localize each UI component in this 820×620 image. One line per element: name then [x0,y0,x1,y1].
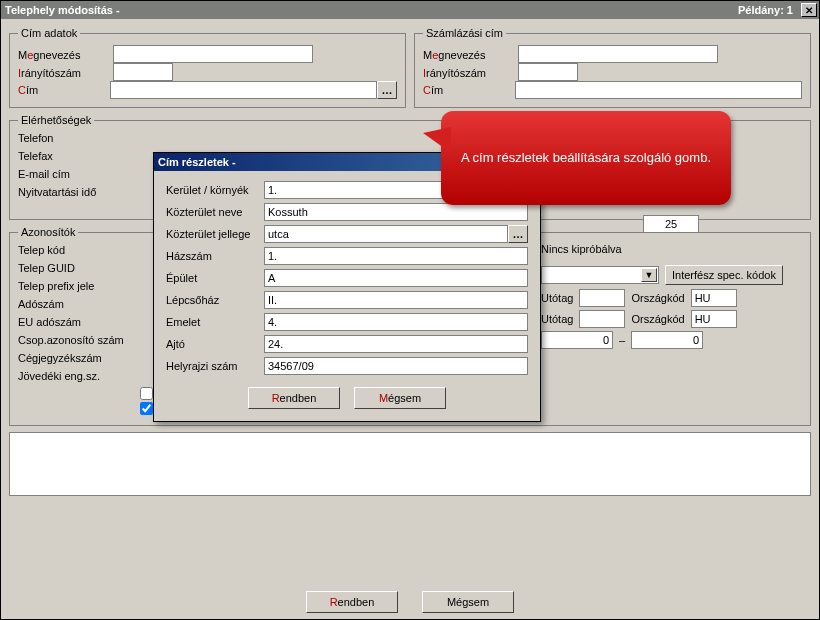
input-25[interactable] [643,215,699,233]
window-title-right: Példány: 1 [738,4,793,16]
input-zero1[interactable] [541,331,613,349]
input-utotag2[interactable] [579,310,625,328]
label-iranyitoszam: Irányítószám [18,65,110,81]
label-epulet: Épület [166,272,264,284]
label-megnevezes2: Megnevezés [423,47,515,63]
main-window: Telephely módosítás - Példány: 1 ✕ Cím a… [0,0,820,620]
label-dash: – [619,334,625,346]
label-cim2: Cím [423,82,515,98]
window-body: Cím adatok Megnevezés Irányítószám Cím …… [1,19,819,619]
input-hazszam[interactable] [264,247,528,265]
input-kozterulet-jellege[interactable] [264,225,508,243]
input-cim2[interactable] [515,81,802,99]
input-iranyitoszam2[interactable] [518,63,578,81]
legend-szamlazasi: Számlázási cím [423,27,506,39]
dialog-rendben-button[interactable]: Rendben [248,387,340,409]
chevron-down-icon[interactable]: ▼ [641,268,657,282]
input-orszagkod1[interactable] [691,289,737,307]
bottom-textarea[interactable] [9,432,811,496]
label-utotag1: Utótag [541,292,573,304]
window-title-left: Telephely módosítás - [5,4,120,16]
main-rendben-button[interactable]: Rendben [306,591,398,613]
input-megnevezes[interactable] [113,45,313,63]
main-megsem-button[interactable]: Mégsem [422,591,514,613]
input-ajto[interactable] [264,335,528,353]
dialog-title: Cím részletek - [158,156,236,168]
label-kozterulet-jellege: Közterület jellege [166,228,264,240]
label-orszagkod1: Országkód [631,292,684,304]
interfesz-kodok-button[interactable]: Interfész spec. kódok [665,265,783,285]
callout-tooltip: A cím részletek beállítására szolgáló go… [441,111,731,205]
label-iranyitoszam2: Irányítószám [423,65,515,81]
legend-elerhetosegek: Elérhetőségek [18,114,94,126]
input-kozterulet-neve[interactable] [264,203,528,221]
input-zero2[interactable] [631,331,703,349]
input-cim[interactable] [110,81,377,99]
combo-1[interactable]: ▼ [541,266,659,284]
callout-tail [423,127,451,153]
label-kozterulet-neve: Közterület neve [166,206,264,218]
callout-text: A cím részletek beállítására szolgáló go… [461,149,711,167]
label-hazszam: Házszám [166,250,264,262]
input-megnevezes2[interactable] [518,45,718,63]
close-icon[interactable]: ✕ [801,3,817,17]
dialog-megsem-button[interactable]: Mégsem [354,387,446,409]
input-emelet[interactable] [264,313,528,331]
legend-cim-adatok: Cím adatok [18,27,80,39]
input-utotag1[interactable] [579,289,625,307]
right-panel: Nincs kipróbálva ▼ Interfész spec. kódok… [541,207,801,349]
input-helyrajzi[interactable] [264,357,528,375]
label-cim: Cím [18,82,110,98]
label-ajto: Ajtó [166,338,264,350]
label-lepcsohaz: Lépcsőház [166,294,264,306]
group-cim-adatok: Cím adatok Megnevezés Irányítószám Cím … [9,27,406,108]
kozterulet-jellege-picker[interactable]: … [508,225,528,243]
titlebar: Telephely módosítás - Példány: 1 ✕ [1,1,819,19]
input-iranyitoszam[interactable] [113,63,173,81]
label-orszagkod2: Országkód [631,313,684,325]
input-orszagkod2[interactable] [691,310,737,328]
label-utotag2: Utótag [541,313,573,325]
input-epulet[interactable] [264,269,528,287]
label-megnevezes: Megnevezés [18,47,110,63]
label-nincs-kiprobalva: Nincs kipróbálva [541,243,622,255]
input-lepcsohaz[interactable] [264,291,528,309]
label-helyrajzi: Helyrajzi szám [166,360,264,372]
label-kerulet: Kerület / környék [166,184,264,196]
legend-azonositok: Azonosítók [18,226,78,238]
group-szamlazasi-cim: Számlázási cím Megnevezés Irányítószám C… [414,27,811,108]
address-details-button[interactable]: … [377,81,397,99]
label-emelet: Emelet [166,316,264,328]
